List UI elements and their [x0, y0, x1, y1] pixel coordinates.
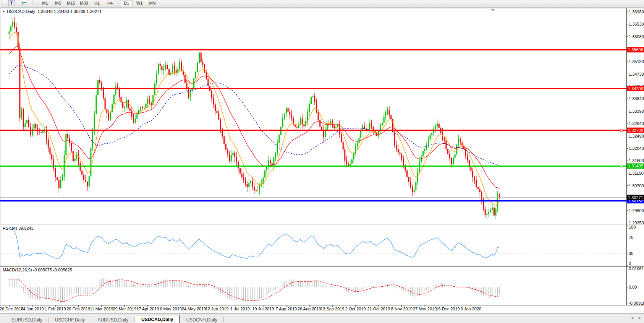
candle-body	[9, 31, 10, 34]
tab-audusd-daily[interactable]: AUDUSD,Daily	[91, 316, 134, 323]
tab-eurusd-daily[interactable]: EURUSD,Daily	[5, 316, 49, 323]
tab-usdcnh-daily[interactable]: USDCNH,Daily	[180, 316, 223, 323]
tabs-holder: EURUSD,DailyUSDCHF,DailyAUDUSD,DailyUSDC…	[5, 314, 224, 323]
tab-scroll-left-icon[interactable]: ◄	[630, 316, 634, 320]
toolbar-separator	[32, 1, 32, 6]
candle-body	[275, 153, 276, 158]
candle-body	[424, 149, 426, 151]
candle-body	[21, 109, 22, 118]
candle-body	[48, 140, 49, 148]
candle-body	[471, 167, 472, 171]
candle-body	[476, 180, 477, 187]
candle-body	[445, 140, 447, 149]
candle-body	[485, 209, 486, 215]
candle-body	[417, 172, 418, 182]
timeframe-button-m5[interactable]: M5	[52, 0, 65, 6]
timeframe-button-m1[interactable]: M1	[39, 0, 52, 6]
candle-body	[286, 108, 287, 114]
macd-pane[interactable]	[0, 267, 626, 305]
candle-body	[414, 190, 415, 192]
candle-body	[444, 138, 445, 140]
candle-body	[23, 109, 24, 127]
candle-body	[115, 86, 117, 95]
candle-body	[144, 108, 145, 109]
price-tick-label: 1.31600	[629, 158, 644, 163]
candle-body	[280, 127, 282, 135]
candle-body	[439, 123, 440, 128]
candle-body	[110, 112, 111, 120]
candle-body	[291, 115, 292, 118]
candle-body	[284, 114, 285, 118]
date-tick-label: 13 Sep 2019	[320, 307, 344, 311]
toolbar-grip[interactable]	[36, 1, 37, 5]
candle-body	[207, 79, 209, 86]
date-tick-label: 1 Feb 2019	[45, 307, 66, 311]
candle-body	[390, 115, 392, 119]
tab-usdchf-daily[interactable]: USDCHF,Daily	[49, 316, 91, 323]
candle-body	[146, 104, 147, 108]
candle-body	[154, 83, 155, 95]
candle-body	[108, 113, 109, 120]
timeframe-button-mn[interactable]: MN	[146, 0, 159, 6]
text-tool-button[interactable]: T	[5, 0, 18, 6]
candle-body	[135, 119, 136, 123]
candle-body	[26, 120, 28, 123]
candle-body	[87, 182, 88, 186]
candle-body	[58, 180, 60, 188]
date-tick-label: 14 Jan 2019	[21, 307, 44, 311]
timeframe-button-m30[interactable]: M30	[78, 0, 91, 6]
candle-body	[401, 154, 402, 159]
macd-scale-label: 0.010615	[629, 266, 644, 271]
candle-body	[410, 182, 411, 187]
candle-body	[278, 135, 280, 143]
candle-body	[323, 130, 324, 137]
candle-body	[312, 96, 314, 97]
candle-body	[346, 161, 347, 164]
candle-body	[161, 66, 162, 70]
candle-body	[389, 110, 390, 115]
toolbar-grip[interactable]	[2, 1, 3, 5]
candle-body	[14, 22, 15, 28]
timeframe-button-m15[interactable]: M15	[65, 0, 78, 6]
candle-body	[394, 132, 395, 145]
timeframe-buttons: M1M5M15M30H1H4D1W1MN	[39, 0, 159, 6]
candle-body	[494, 208, 495, 216]
candle-body	[199, 52, 200, 63]
periodicity-button[interactable]: ⇄ ▾	[18, 0, 31, 6]
candle-body	[35, 124, 36, 128]
candle-body	[357, 143, 358, 147]
candle-body	[172, 66, 173, 73]
rsi-pane[interactable]	[0, 225, 626, 265]
candle-body	[156, 73, 157, 83]
tab-scroll-right-icon[interactable]: ►	[638, 316, 642, 320]
timeframe-button-d1[interactable]: D1	[120, 0, 133, 6]
timeframe-button-w1[interactable]: W1	[133, 0, 146, 6]
candle-body	[412, 187, 413, 192]
tab-usdcad-daily[interactable]: USDCAD,Daily	[135, 315, 180, 323]
candle-body	[364, 126, 365, 128]
hline-handle[interactable]	[620, 165, 623, 167]
candle-body	[371, 123, 372, 127]
candle-body	[398, 149, 399, 153]
candle-body	[314, 96, 315, 102]
timeframe-button-h1[interactable]: H1	[91, 0, 104, 6]
macd-scale-label: -0.009181	[629, 301, 644, 305]
candle-body	[24, 123, 26, 127]
candle-body	[46, 130, 47, 140]
date-tick-label: 1 Jul 2019	[230, 307, 250, 311]
price-tick-label: 1.32940	[629, 121, 644, 126]
candle-body	[400, 153, 401, 154]
candle-body	[288, 108, 289, 112]
candle-body	[252, 181, 253, 187]
chart-window[interactable]: 1.369801.365301.360801.351801.347301.342…	[0, 6, 644, 313]
chart-top-scrollbar[interactable]	[0, 6, 644, 8]
rsi-scale-label: 70	[629, 235, 633, 240]
candle-body	[55, 168, 56, 177]
candle-body	[101, 83, 102, 88]
timeframe-button-h4[interactable]: H4	[104, 0, 117, 6]
price-tick-label: 1.29800	[629, 208, 644, 213]
candle-body	[419, 162, 420, 172]
hline-handle[interactable]	[620, 129, 623, 131]
candle-body	[270, 161, 271, 164]
chart-canvas[interactable]: 1.369801.365301.360801.351801.347301.342…	[0, 6, 644, 313]
